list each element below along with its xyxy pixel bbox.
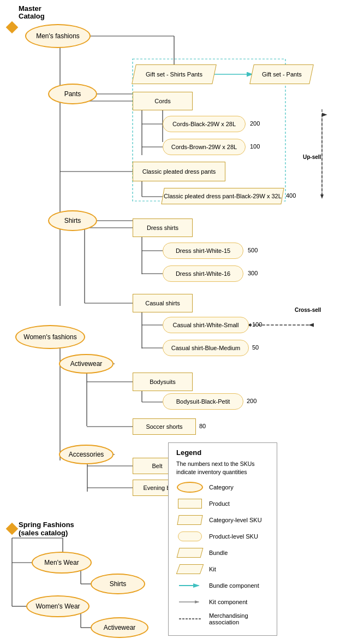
legend-item-bundle: Bundle xyxy=(176,547,269,559)
dress-white15-qty: 500 xyxy=(248,247,258,253)
casual-white-node[interactable]: Casual shirt-White-Small xyxy=(163,317,249,333)
master-catalog-diamond xyxy=(6,21,19,34)
spring-womens-wear-node[interactable]: Women's Wear xyxy=(26,595,90,617)
bundle-component-line-svg xyxy=(178,582,202,589)
gift-pants-node[interactable]: Gift set - Pants xyxy=(249,64,314,84)
legend-item-prod-sku: Product-level SKU xyxy=(176,530,269,542)
activewear-node[interactable]: Activewear xyxy=(59,354,114,374)
diagram-container: Master Catalog Men's fashions Gift set -… xyxy=(0,0,340,644)
spring-title-1: Spring Fashions xyxy=(19,521,74,529)
legend-item-bundle-comp: Bundle component xyxy=(176,580,269,592)
legend-note: The numbers next to the SKUs indicate in… xyxy=(176,460,264,476)
legend-kit-label: Kit xyxy=(209,566,216,572)
dress-white15-node[interactable]: Dress shirt-White-15 xyxy=(163,243,243,259)
legend-kit-comp-label: Kit component xyxy=(209,599,247,605)
legend-pill-shape xyxy=(178,531,202,541)
catalog-title-1: Master xyxy=(19,4,41,13)
classic-pants-node[interactable]: Classic pleated dress pants xyxy=(133,162,225,181)
merch-line-svg xyxy=(178,616,202,622)
casual-white-qty: 100 xyxy=(252,321,262,328)
bodysuit-qty: 200 xyxy=(247,398,257,404)
soccer-qty: 80 xyxy=(199,423,206,429)
legend-cat-sku-label: Category-level SKU xyxy=(209,517,262,523)
dress-shirts-node[interactable]: Dress shirts xyxy=(133,218,193,237)
legend-bundle-shape xyxy=(177,548,204,558)
soccer-shorts-node[interactable]: Soccer shorts xyxy=(133,418,196,435)
legend-bundle-comp-label: Bundle component xyxy=(209,582,259,589)
pants-node[interactable]: Pants xyxy=(48,84,97,104)
spring-shirts-node[interactable]: Shirts xyxy=(91,574,145,594)
legend-product-label: Product xyxy=(209,500,230,507)
legend-item-category: Category xyxy=(176,481,269,493)
dress-white16-qty: 300 xyxy=(248,270,258,276)
legend-item-cat-sku: Category-level SKU xyxy=(176,514,269,526)
cords-node[interactable]: Cords xyxy=(133,92,193,110)
cords-brown-node[interactable]: Cords-Brown-29W x 28L xyxy=(163,139,246,155)
legend-bundle-label: Bundle xyxy=(209,550,228,556)
dress-white16-node[interactable]: Dress shirt-White-16 xyxy=(163,265,243,282)
legend-item-product: Product xyxy=(176,498,269,510)
casual-blue-node[interactable]: Casual shirt-Blue-Medium xyxy=(163,340,249,356)
legend-item-kit-comp: Kit component xyxy=(176,596,269,608)
spring-mens-wear-node[interactable]: Men's Wear xyxy=(32,552,92,574)
legend-para-shape xyxy=(177,515,202,525)
legend-rect-shape xyxy=(178,499,202,509)
womens-fashions-node[interactable]: Women's fashions xyxy=(15,325,85,349)
classic-sku-node[interactable]: Classic pleated dress pant-Black-29W x 3… xyxy=(161,188,284,204)
legend-kit-shape xyxy=(176,564,204,574)
mens-fashions-node[interactable]: Men's fashions xyxy=(25,24,91,48)
cords-black-node[interactable]: Cords-Black-29W x 28L xyxy=(163,116,246,132)
casual-shirts-node[interactable]: Casual shirts xyxy=(133,294,193,312)
svg-marker-42 xyxy=(320,194,324,199)
spring-catalog-diamond xyxy=(6,523,19,535)
legend-item-kit: Kit xyxy=(176,563,269,575)
crosssell-label: Cross-sell xyxy=(295,307,321,313)
legend-title: Legend xyxy=(176,448,269,457)
spring-activewear-node[interactable]: Activewear xyxy=(91,617,148,638)
shirts-node[interactable]: Shirts xyxy=(48,210,97,231)
upsell-label: Up-sell xyxy=(303,154,321,160)
catalog-title-2: Catalog xyxy=(19,12,45,20)
gift-shirts-pants-node[interactable]: Gift set - Shirts Pants xyxy=(132,64,217,84)
legend-prod-sku-label: Product-level SKU xyxy=(209,533,258,540)
casual-blue-qty: 50 xyxy=(252,344,259,351)
kit-component-line-svg xyxy=(178,599,202,605)
legend-oval-shape xyxy=(177,482,203,493)
spring-title-2: (sales catalog) xyxy=(19,529,68,537)
bodysuit-sku-node[interactable]: Bodysuit-Black-Petit xyxy=(163,393,243,410)
accessories-node[interactable]: Accessories xyxy=(59,445,114,464)
cords-black-qty: 200 xyxy=(250,120,260,127)
legend: Legend The numbers next to the SKUs indi… xyxy=(168,442,277,636)
legend-item-merch: Merchandising association xyxy=(176,612,269,625)
bodysuits-node[interactable]: Bodysuits xyxy=(133,373,193,391)
legend-category-label: Category xyxy=(209,484,234,491)
cords-brown-qty: 100 xyxy=(250,143,260,150)
classic-qty: 400 xyxy=(286,192,296,199)
legend-merch-label: Merchandising association xyxy=(209,612,269,625)
